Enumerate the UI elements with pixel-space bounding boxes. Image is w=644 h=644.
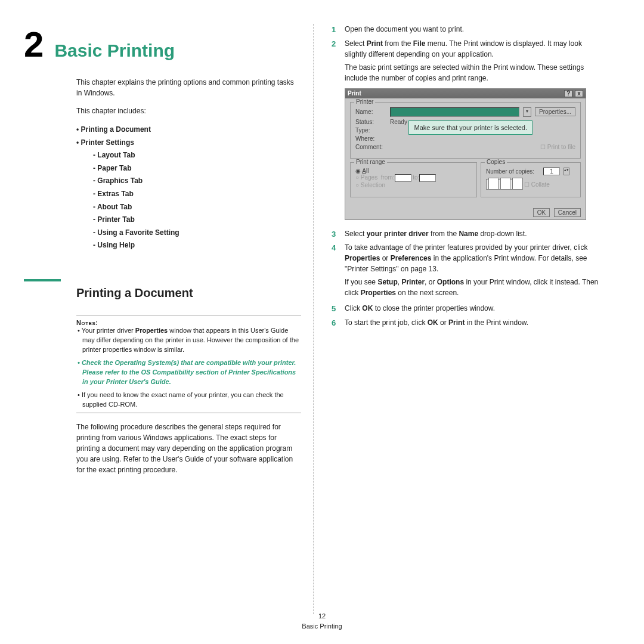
toc-subitem: Paper Tab [93, 162, 301, 175]
chapter-intro: This chapter explains the printing optio… [76, 77, 301, 98]
radio-all[interactable]: All [355, 168, 472, 174]
table-of-contents: Printing a Document Printer Settings Lay… [76, 123, 301, 252]
step-number: 2 [332, 38, 345, 60]
step-subtext: The basic print settings are selected wi… [345, 62, 603, 83]
print-to-file-check[interactable]: Print to file [540, 144, 575, 150]
help-icon: ? [564, 90, 572, 97]
step: 6 To start the print job, click OK or Pr… [332, 317, 603, 329]
print-range-group: Print range All Pages from: to: Selectio… [350, 162, 477, 197]
copies-input[interactable]: 1 [543, 168, 560, 175]
section-rule [24, 279, 61, 281]
step-number: 5 [332, 303, 345, 315]
close-icon: x [575, 90, 583, 97]
toc-subitem: Using Help [93, 239, 301, 252]
callout-box: Make sure that your printer is selected. [408, 120, 532, 135]
properties-button[interactable]: Properties... [535, 107, 575, 116]
printer-group: Printer Name: ▾ Properties... Status:Rea… [350, 102, 581, 159]
notes-label: Notes: [76, 319, 301, 326]
radio-pages[interactable]: Pages from: to: [355, 174, 472, 182]
toc-subitem: Layout Tab [93, 149, 301, 162]
step-number: 6 [332, 317, 345, 329]
steps-list-cont: 3 Select your printer driver from the Na… [332, 228, 603, 275]
steps-list-cont2: 5 Click OK to close the printer properti… [332, 303, 603, 329]
chapter-heading: 2 Basic Printing [24, 24, 301, 65]
step: 3 Select your printer driver from the Na… [332, 228, 603, 240]
cancel-button[interactable]: Cancel [554, 208, 581, 217]
radio-selection[interactable]: Selection [355, 182, 472, 188]
step-number: 4 [332, 242, 345, 274]
page-number: 12 [0, 611, 644, 621]
includes-label: This chapter includes: [76, 106, 301, 116]
chapter-title: Basic Printing [54, 41, 175, 61]
step: 5 Click OK to close the printer properti… [332, 303, 603, 315]
name-label: Name: [355, 109, 386, 115]
step-number: 3 [332, 228, 345, 240]
step-subtext: If you see Setup, Printer, or Options in… [345, 277, 603, 298]
dialog-titlebar: Print ? x [345, 89, 586, 98]
toc-subitem: About Tab [93, 201, 301, 214]
dialog-title: Print [348, 90, 361, 97]
step-number: 1 [332, 24, 345, 36]
toc-subitem: Using a Favorite Setting [93, 227, 301, 240]
toc-subitem: Printer Tab [93, 213, 301, 227]
notes-box: Notes: Your printer driver Properties wi… [76, 315, 301, 414]
toc-item: Printer Settings [76, 137, 301, 150]
spinner-icon[interactable]: ▴▾ [564, 168, 569, 175]
page-footer: 12 Basic Printing [0, 611, 644, 631]
ok-button[interactable]: OK [533, 208, 550, 217]
section-title: Printing a Document [76, 286, 301, 300]
note-item-highlight: Check the Operating System(s) that are c… [76, 358, 301, 387]
step: 1 Open the document you want to print. [332, 24, 603, 36]
printer-name-select[interactable] [390, 107, 519, 117]
steps-list: 1 Open the document you want to print. 2… [332, 24, 603, 60]
collate-check[interactable]: Collate [524, 181, 550, 188]
body-paragraph: The following procedure describes the ge… [76, 422, 301, 475]
toc-subitem: Extras Tab [93, 188, 301, 201]
copies-group: Copies Number of copies: 1 ▴▾ Collate [481, 162, 581, 197]
step: 4 To take advantage of the printer featu… [332, 242, 603, 274]
step: 2 Select Print from the File menu. The P… [332, 38, 603, 60]
note-item: Your printer driver Properties window th… [76, 326, 301, 355]
chapter-number: 2 [24, 24, 44, 65]
collate-icon [486, 179, 522, 191]
toc-item: Printing a Document [76, 123, 301, 137]
toc-subitem: Graphics Tab [93, 175, 301, 188]
print-dialog-figure: Print ? x Printer Name: ▾ Properties... … [345, 88, 586, 220]
note-item: If you need to know the exact name of yo… [76, 391, 301, 410]
dropdown-icon[interactable]: ▾ [523, 107, 531, 117]
footer-title: Basic Printing [0, 621, 644, 631]
